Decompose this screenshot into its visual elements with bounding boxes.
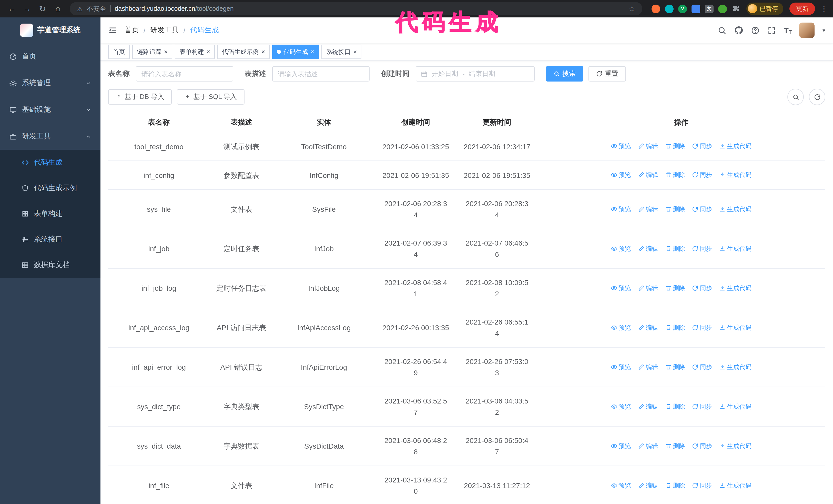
github-icon[interactable] (734, 26, 743, 35)
sidebar-toggle-icon[interactable] (108, 26, 117, 35)
edit-link[interactable]: 编辑 (638, 282, 658, 293)
search-icon[interactable] (718, 26, 727, 34)
fullscreen-icon[interactable] (767, 26, 776, 34)
edit-link[interactable]: 编辑 (638, 480, 658, 491)
sidebar-item-dev-tools[interactable]: 研发工具 (0, 123, 100, 150)
tab-system-api[interactable]: 系统接口 × (322, 45, 361, 59)
delete-link[interactable]: 删除 (665, 401, 685, 412)
extension-icon[interactable]: V (678, 4, 687, 13)
table-name-input[interactable] (136, 66, 233, 81)
sidebar-item-home[interactable]: 首页 (0, 43, 100, 70)
generate-code-link[interactable]: 生成代码 (719, 243, 752, 254)
edit-link[interactable]: 编辑 (638, 322, 658, 333)
table-desc-input[interactable] (272, 66, 370, 81)
user-avatar[interactable] (800, 23, 815, 38)
tab-codegen-example[interactable]: 代码生成示例 × (217, 45, 270, 59)
sync-link[interactable]: 同步 (692, 401, 712, 412)
translate-extension-icon[interactable]: 文 (705, 4, 714, 13)
preview-link[interactable]: 预览 (611, 440, 631, 452)
preview-link[interactable]: 预览 (611, 361, 631, 373)
tab-home[interactable]: 首页 (108, 45, 130, 59)
breadcrumb-dev-tools[interactable]: 研发工具 (150, 26, 179, 35)
close-icon[interactable]: × (353, 49, 357, 55)
preview-link[interactable]: 预览 (611, 243, 631, 254)
import-db-button[interactable]: 基于 DB 导入 (108, 89, 172, 104)
font-size-icon[interactable]: TT (784, 26, 792, 34)
close-icon[interactable]: × (207, 49, 210, 55)
delete-link[interactable]: 删除 (665, 282, 685, 293)
user-menu-caret-icon[interactable]: ▾ (823, 27, 825, 33)
preview-link[interactable]: 预览 (611, 203, 631, 215)
tab-trace[interactable]: 链路追踪 × (132, 45, 172, 59)
edit-link[interactable]: 编辑 (638, 203, 658, 215)
preview-link[interactable]: 预览 (611, 322, 631, 333)
logo[interactable]: 芋道管理系统 (0, 18, 100, 43)
edit-link[interactable]: 编辑 (638, 169, 658, 181)
address-bar[interactable]: ⚠ 不安全 dashboard.yudao.iocoder.cn/tool/co… (70, 2, 642, 16)
preview-link[interactable]: 预览 (611, 169, 631, 181)
delete-link[interactable]: 删除 (665, 243, 685, 254)
sidebar-item-database-docs[interactable]: 数据库文档 (0, 252, 100, 278)
edit-link[interactable]: 编辑 (638, 440, 658, 452)
reset-button[interactable]: 重置 (589, 66, 626, 81)
preview-link[interactable]: 预览 (611, 401, 631, 412)
preview-link[interactable]: 预览 (611, 282, 631, 293)
extension-icon[interactable] (665, 4, 673, 13)
generate-code-link[interactable]: 生成代码 (719, 169, 752, 181)
delete-link[interactable]: 删除 (665, 361, 685, 373)
generate-code-link[interactable]: 生成代码 (719, 203, 752, 215)
sync-link[interactable]: 同步 (692, 322, 712, 333)
sync-link[interactable]: 同步 (692, 282, 712, 293)
sidebar-item-system-management[interactable]: 系统管理 (0, 70, 100, 96)
extension-icon[interactable] (651, 4, 660, 13)
delete-link[interactable]: 删除 (665, 440, 685, 452)
generate-code-link[interactable]: 生成代码 (719, 361, 752, 373)
edit-link[interactable]: 编辑 (638, 141, 658, 152)
generate-code-link[interactable]: 生成代码 (719, 480, 752, 491)
delete-link[interactable]: 删除 (665, 169, 685, 181)
tab-code-generation[interactable]: 代码生成 × (272, 45, 319, 59)
sync-link[interactable]: 同步 (692, 361, 712, 373)
sync-link[interactable]: 同步 (692, 480, 712, 491)
chrome-update-button[interactable]: 更新 (789, 3, 815, 15)
generate-code-link[interactable]: 生成代码 (719, 401, 752, 412)
sidebar-item-system-api[interactable]: 系统接口 (0, 226, 100, 252)
refresh-button[interactable] (809, 89, 825, 105)
browser-home-button[interactable]: ⌂ (51, 2, 65, 16)
sync-link[interactable]: 同步 (692, 169, 712, 181)
browser-back-button[interactable]: ← (5, 2, 19, 16)
browser-forward-button[interactable]: → (21, 2, 34, 16)
sync-link[interactable]: 同步 (692, 203, 712, 215)
sync-link[interactable]: 同步 (692, 141, 712, 152)
toggle-search-button[interactable] (787, 89, 804, 105)
delete-link[interactable]: 删除 (665, 203, 685, 215)
close-icon[interactable]: × (164, 49, 168, 55)
sidebar-item-code-generation[interactable]: 代码生成 (0, 150, 100, 175)
generate-code-link[interactable]: 生成代码 (719, 322, 752, 333)
edit-link[interactable]: 编辑 (638, 401, 658, 412)
extension-icon[interactable] (691, 4, 700, 13)
edit-link[interactable]: 编辑 (638, 361, 658, 373)
generate-code-link[interactable]: 生成代码 (719, 440, 752, 452)
edit-link[interactable]: 编辑 (638, 243, 658, 254)
browser-menu-icon[interactable]: ⋮ (820, 4, 828, 13)
delete-link[interactable]: 删除 (665, 480, 685, 491)
sync-link[interactable]: 同步 (692, 243, 712, 254)
help-icon[interactable] (751, 26, 760, 34)
browser-reload-button[interactable]: ↻ (36, 2, 49, 16)
delete-link[interactable]: 删除 (665, 141, 685, 152)
search-button[interactable]: 搜索 (546, 66, 584, 81)
delete-link[interactable]: 删除 (665, 322, 685, 333)
generate-code-link[interactable]: 生成代码 (719, 141, 752, 152)
close-icon[interactable]: × (261, 49, 265, 55)
generate-code-link[interactable]: 生成代码 (719, 282, 752, 293)
preview-link[interactable]: 预览 (611, 480, 631, 491)
sidebar-item-codegen-example[interactable]: 代码生成示例 (0, 175, 100, 201)
sidebar-item-infrastructure[interactable]: 基础设施 (0, 96, 100, 123)
breadcrumb-home[interactable]: 首页 (124, 26, 139, 35)
extension-icon[interactable] (718, 4, 727, 13)
import-sql-button[interactable]: 基于 SQL 导入 (177, 89, 245, 104)
preview-link[interactable]: 预览 (611, 141, 631, 152)
tab-form-builder[interactable]: 表单构建 × (175, 45, 215, 59)
sync-link[interactable]: 同步 (692, 440, 712, 452)
